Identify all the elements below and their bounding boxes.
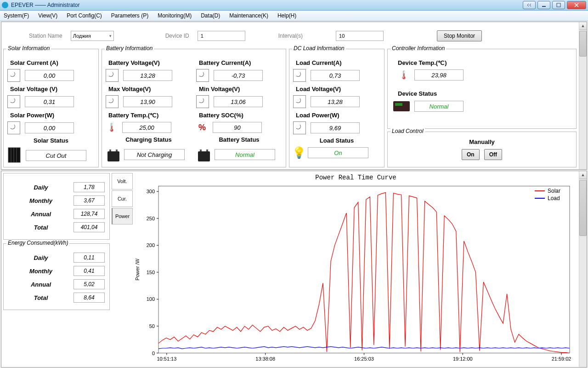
tab-volt[interactable]: Volt.	[112, 173, 133, 190]
upper-scrollbar[interactable]: ▲	[579, 22, 587, 169]
station-name-label: Station Name	[29, 33, 62, 39]
con-annual-value: 5,02	[74, 279, 105, 289]
battery-voltage-value: 13,28	[123, 70, 172, 81]
con-total-label: Total	[8, 294, 74, 301]
gauge-icon	[7, 95, 20, 108]
load-power-value: 9,69	[311, 122, 360, 133]
bulb-icon: 💡	[293, 147, 305, 159]
gauge-icon	[196, 95, 209, 108]
lower-scrollbar[interactable]: ▲	[579, 171, 587, 367]
gen-daily-value: 1,78	[74, 182, 105, 192]
con-daily-label: Daily	[8, 254, 74, 261]
device-status-label: Device Status	[398, 90, 572, 97]
legend-swatch-solar	[535, 190, 545, 191]
svg-rect-9	[198, 151, 210, 161]
svg-text:0: 0	[152, 351, 155, 356]
gauge-icon	[293, 121, 306, 134]
scroll-thumb[interactable]	[579, 180, 587, 236]
battery-icon	[106, 146, 121, 163]
battery-group-title: Battery Information	[105, 45, 154, 52]
chart-title: Power Real Time Curve	[133, 174, 579, 181]
loadcontrol-group-title: Load Control	[390, 128, 425, 134]
titlebar: EPEVER —— Administrator	[0, 0, 588, 11]
gen-monthly-value: 3,67	[74, 196, 105, 206]
deviceid-field[interactable]: 1	[198, 31, 245, 41]
menu-view[interactable]: View(V)	[38, 12, 57, 19]
solar-current-value: 0,00	[25, 70, 74, 81]
gen-daily-label: Daily	[8, 184, 74, 191]
svg-text:250: 250	[147, 216, 155, 221]
scroll-up-icon[interactable]: ▲	[579, 22, 587, 30]
interval-label: Interval(s)	[278, 33, 303, 39]
svg-rect-8	[116, 150, 118, 151]
load-on-button[interactable]: On	[462, 149, 480, 160]
svg-rect-11	[206, 150, 208, 151]
dcload-group-title: DC Load Information	[292, 45, 346, 52]
loadcontrol-mode: Manually	[391, 138, 572, 145]
device-status-value: Normal	[414, 101, 464, 112]
energy-consumed-title: Energy Consumed(kWh)	[6, 240, 69, 246]
stop-monitor-button[interactable]: Stop Monitor	[437, 30, 482, 41]
power-chart: 050100150200250300Power /W10:51:1313:38:…	[133, 181, 579, 366]
upper-pane: ▲ Station Name Лоджия Device ID 1 Interv…	[1, 22, 587, 170]
load-off-button[interactable]: Off	[484, 149, 502, 160]
lower-pane: Daily1,78 Monthly3,67 Annual128,74 Total…	[1, 171, 587, 368]
battery-voltage-label: Battery Voltage(V)	[108, 59, 192, 66]
svg-text:16:25:03: 16:25:03	[354, 356, 374, 362]
menu-maintenance[interactable]: Maintenance(K)	[229, 12, 268, 19]
svg-text:300: 300	[147, 189, 155, 194]
battery-minv-value: 13,06	[214, 96, 263, 107]
battery-icon	[196, 146, 212, 163]
gauge-icon	[106, 95, 119, 108]
svg-rect-7	[109, 150, 111, 151]
close-button[interactable]	[567, 1, 586, 9]
gen-total-value: 401,04	[74, 222, 105, 232]
legend-swatch-load	[535, 198, 545, 199]
solar-power-label: Solar Power(W)	[10, 112, 95, 119]
load-power-label: Load Power(W)	[296, 112, 380, 119]
scroll-up-icon[interactable]: ▲	[579, 171, 587, 179]
load-current-value: 0,73	[311, 70, 360, 81]
deviceid-label: Device ID	[165, 33, 189, 39]
gen-monthly-label: Monthly	[8, 197, 74, 204]
battery-temp-label: Battery Temp.(℃)	[108, 112, 192, 119]
thermometer-icon: 🌡️	[106, 121, 118, 133]
battery-minv-label: Min Voltage(V)	[199, 86, 282, 92]
menu-monitoring[interactable]: Monitoring(M)	[158, 12, 192, 19]
load-voltage-label: Load Voltage(V)	[296, 86, 380, 92]
battery-current-label: Battery Current(A)	[199, 59, 282, 66]
menu-system[interactable]: System(F)	[4, 12, 29, 19]
battery-maxv-label: Max Voltage(V)	[108, 86, 192, 92]
gauge-icon	[196, 69, 209, 82]
menubar: System(F) View(V) Port Config(C) Paramet…	[0, 11, 588, 21]
solar-current-label: Solar Current (A)	[10, 59, 95, 66]
menu-data[interactable]: Data(D)	[201, 12, 220, 19]
station-name-combo[interactable]: Лоджия	[71, 31, 114, 41]
svg-rect-1	[557, 3, 560, 7]
menu-parameters[interactable]: Parameters (P)	[111, 12, 148, 19]
legend-label-solar: Solar	[548, 188, 560, 194]
battery-temp-value: 25,00	[122, 122, 171, 133]
gauge-icon	[7, 69, 20, 82]
solar-power-value: 0,00	[25, 122, 74, 133]
prev-window-button[interactable]	[523, 1, 536, 9]
battery-current-value: -0,73	[214, 70, 263, 81]
gen-total-label: Total	[8, 224, 74, 231]
scroll-thumb[interactable]	[579, 31, 587, 57]
tab-cur[interactable]: Cur.	[112, 190, 133, 207]
minimize-button[interactable]	[537, 1, 550, 9]
tab-power[interactable]: Power	[112, 208, 133, 224]
svg-text:Power /W: Power /W	[135, 259, 140, 281]
interval-field[interactable]: 10	[336, 31, 384, 41]
svg-rect-0	[542, 6, 546, 7]
maximize-button[interactable]	[552, 1, 565, 9]
chart-legend: Solar Load	[535, 188, 560, 202]
battery-status-value: Normal	[215, 149, 275, 160]
menu-portconfig[interactable]: Port Config(C)	[67, 12, 102, 19]
solar-voltage-label: Solar Voltage (V)	[10, 86, 95, 92]
menu-help[interactable]: Help(H)	[277, 12, 296, 19]
battery-soc-label: Battery SOC(%)	[199, 112, 282, 119]
svg-rect-2	[8, 148, 20, 162]
con-monthly-label: Monthly	[8, 268, 74, 275]
app-icon	[2, 2, 8, 8]
